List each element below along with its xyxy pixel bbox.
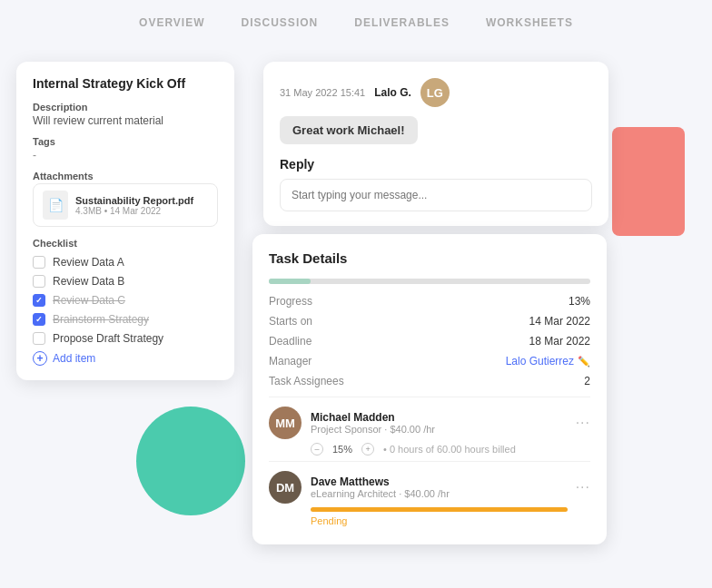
reply-label: Reply: [280, 157, 592, 172]
top-nav: OVERVIEW DISCUSSION DELIVERABLES WORKSHE…: [0, 0, 712, 42]
decrease-pct-0[interactable]: –: [311, 443, 323, 456]
deadline-row: Deadline 18 Mar 2022: [269, 335, 590, 348]
message-bubble: Great work Michael!: [280, 116, 418, 144]
assignee-row-0: MM Michael Madden Project Sponsor · $40.…: [269, 407, 590, 439]
tags-label: Tags: [33, 136, 218, 147]
increase-pct-0[interactable]: +: [361, 443, 374, 456]
checklist-item-3[interactable]: Brainstorm Strategy: [33, 313, 218, 326]
nav-discussion[interactable]: DISCUSSION: [242, 16, 319, 29]
task-card-title: Task Details: [269, 250, 590, 266]
attachments-label: Attachments: [33, 171, 218, 181]
assignee-row-1: DM Dave Matthews eLearning Architect · $…: [269, 471, 590, 504]
assignees-label: Task Assignees: [269, 375, 344, 387]
author-avatar: LG: [420, 78, 450, 107]
message-row: 31 May 2022 15:41 Lalo G. LG: [280, 78, 592, 107]
deadline-label: Deadline: [269, 335, 312, 348]
manager-label: Manager: [269, 355, 312, 368]
starts-row: Starts on 14 Mar 2022: [269, 315, 590, 328]
nav-overview[interactable]: OVERVIEW: [139, 16, 204, 29]
task-card: Task Details Progress 13% Starts on 14 M…: [252, 234, 607, 544]
nav-deliverables[interactable]: DELIVERABLES: [354, 16, 450, 29]
assignee-pct-0: 15%: [332, 444, 352, 455]
checklist-item-4[interactable]: Propose Draft Strategy: [33, 332, 218, 345]
deadline-value: 18 Mar 2022: [529, 335, 590, 348]
description-value: Will review current material: [33, 114, 218, 127]
nav-worksheets[interactable]: WORKSHEETS: [486, 16, 573, 29]
discussion-card: 31 May 2022 15:41 Lalo G. LG Great work …: [263, 62, 608, 226]
assignee-name-1: Dave Matthews: [311, 475, 567, 488]
pending-bar-1: [311, 507, 568, 512]
check-text-3: Brainstorm Strategy: [53, 313, 149, 326]
checkbox-2[interactable]: [33, 294, 45, 307]
assignee-role-1: eLearning Architect · $40.00 /hr: [311, 488, 567, 499]
deco-red-rect: [612, 127, 685, 236]
checkbox-3[interactable]: [33, 313, 45, 326]
msg-date: 31 May 2022 15:41: [280, 87, 365, 98]
progress-bar-fill: [269, 279, 311, 284]
left-card: Internal Strategy Kick Off Description W…: [16, 62, 234, 380]
add-item-label: Add item: [53, 352, 95, 365]
add-item-button[interactable]: + Add item: [33, 351, 218, 366]
checkbox-1[interactable]: [33, 275, 45, 288]
check-text-0: Review Data A: [53, 256, 124, 269]
check-text-1: Review Data B: [53, 275, 124, 288]
progress-value: 13%: [569, 295, 590, 308]
assignee-stats-0: – 15% + • 0 hours of 60.00 hours billed: [311, 443, 590, 456]
progress-label: Progress: [269, 295, 312, 308]
assignee-avatar-0: MM: [269, 407, 302, 439]
assignee-role-0: Project Sponsor · $40.00 /hr: [311, 424, 567, 435]
progress-row: Progress 13%: [269, 295, 590, 308]
deco-green-circle: [136, 407, 245, 515]
assignees-count: 2: [584, 375, 590, 387]
reply-input[interactable]: [280, 179, 592, 211]
msg-author: Lalo G.: [374, 86, 411, 99]
starts-value: 14 Mar 2022: [529, 315, 590, 328]
assignee-info-1: Dave Matthews eLearning Architect · $40.…: [311, 475, 567, 499]
assignee-hours-0: • 0 hours of 60.00 hours billed: [383, 444, 516, 455]
starts-label: Starts on: [269, 315, 312, 328]
checkbox-4[interactable]: [33, 332, 45, 345]
attach-meta: 4.3MB • 14 Mar 2022: [75, 206, 193, 216]
checklist-item-2[interactable]: Review Data C: [33, 294, 218, 307]
assignee-info-0: Michael Madden Project Sponsor · $40.00 …: [311, 411, 567, 435]
checklist-label: Checklist: [33, 238, 218, 249]
checklist-item-1[interactable]: Review Data B: [33, 275, 218, 288]
add-icon: +: [33, 351, 47, 366]
description-label: Description: [33, 102, 218, 113]
file-icon: 📄: [43, 191, 68, 220]
assignee-name-0: Michael Madden: [311, 411, 567, 424]
assignee-card-0: MM Michael Madden Project Sponsor · $40.…: [269, 397, 590, 456]
assignee-menu-1[interactable]: ···: [576, 479, 590, 495]
manager-value[interactable]: Lalo Gutierrez ✏️: [506, 355, 590, 368]
checkbox-0[interactable]: [33, 256, 45, 269]
pending-label-1: Pending: [311, 515, 590, 526]
left-card-title: Internal Strategy Kick Off: [33, 76, 218, 91]
edit-icon[interactable]: ✏️: [578, 356, 590, 368]
attach-name: Sustainability Report.pdf: [75, 195, 193, 206]
checklist-item-0[interactable]: Review Data A: [33, 256, 218, 269]
manager-row: Manager Lalo Gutierrez ✏️: [269, 355, 590, 368]
assignee-avatar-1: DM: [269, 471, 302, 504]
assignees-header: Task Assignees 2: [269, 375, 590, 387]
assignee-menu-0[interactable]: ···: [576, 415, 590, 431]
assignee-card-1: DM Dave Matthews eLearning Architect · $…: [269, 461, 590, 526]
check-text-4: Propose Draft Strategy: [53, 332, 163, 345]
check-text-2: Review Data C: [53, 294, 125, 307]
tags-value: -: [33, 149, 218, 162]
progress-bar-container: [269, 279, 590, 284]
attachment-item[interactable]: 📄 Sustainability Report.pdf 4.3MB • 14 M…: [33, 183, 218, 227]
